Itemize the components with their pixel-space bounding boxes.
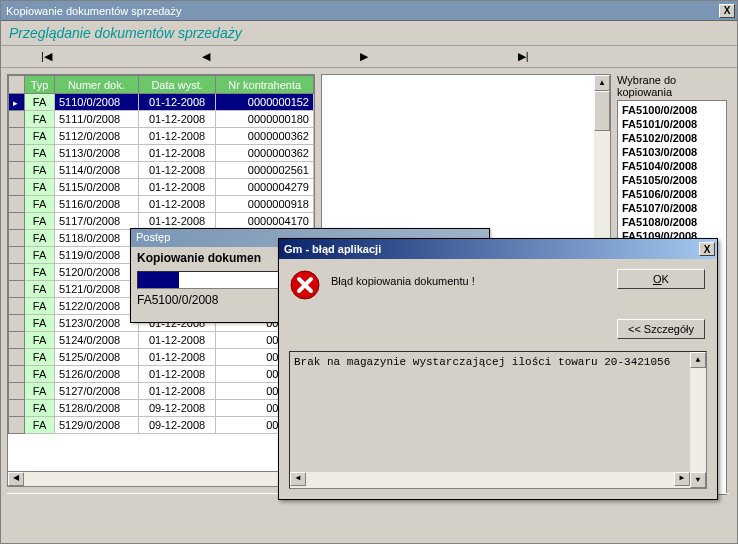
nav-next-button[interactable]: ▶ bbox=[360, 50, 368, 63]
table-row[interactable]: FA5124/0/200801-12-20080000002 bbox=[9, 332, 314, 349]
table-row[interactable]: FA5117/0/200801-12-20080000004170 bbox=[9, 213, 314, 230]
subtitle: Przeglądanie dokumentów sprzedaży bbox=[1, 21, 737, 46]
scroll-up-icon[interactable]: ▲ bbox=[690, 352, 706, 368]
table-row[interactable]: FA5116/0/200801-12-20080000000918 bbox=[9, 196, 314, 213]
scroll-thumb[interactable] bbox=[594, 91, 610, 131]
list-item[interactable]: FA5101/0/2008 bbox=[620, 117, 724, 131]
close-icon[interactable]: X bbox=[719, 4, 735, 18]
nav-bar: |◀ ◀ ▶ ▶| bbox=[1, 46, 737, 68]
table-row[interactable]: FA5115/0/200801-12-20080000004279 bbox=[9, 179, 314, 196]
error-titlebar: Gm - błąd aplikacji X bbox=[279, 239, 717, 259]
error-dialog: Gm - błąd aplikacji X Błąd kopiowania do… bbox=[278, 238, 718, 500]
table-row[interactable]: FA5111/0/200801-12-20080000000180 bbox=[9, 111, 314, 128]
main-title: Kopiowanie dokumentów sprzedaży bbox=[6, 5, 182, 17]
list-item[interactable]: FA5102/0/2008 bbox=[620, 131, 724, 145]
table-row[interactable]: FA5126/0/200801-12-20080000000 bbox=[9, 366, 314, 383]
list-item[interactable]: FA5104/0/2008 bbox=[620, 159, 724, 173]
selected-label: Wybrane do kopiowania bbox=[617, 74, 727, 98]
col-kontrahent[interactable]: Nr kontrahenta bbox=[216, 76, 314, 94]
table-row[interactable]: FA5125/0/200801-12-20080000000 bbox=[9, 349, 314, 366]
list-item[interactable]: FA5103/0/2008 bbox=[620, 145, 724, 159]
list-item[interactable]: FA5108/0/2008 bbox=[620, 215, 724, 229]
nav-last-button[interactable]: ▶| bbox=[518, 50, 529, 63]
error-details-text: Brak na magazynie wystarczającej ilości … bbox=[294, 356, 670, 368]
nav-prev-button[interactable]: ◀ bbox=[202, 50, 210, 63]
list-item[interactable]: FA5100/0/2008 bbox=[620, 103, 724, 117]
table-row[interactable]: FA5129/0/200809-12-20080000000 bbox=[9, 417, 314, 434]
col-data[interactable]: Data wyst. bbox=[138, 76, 216, 94]
list-item[interactable]: FA5107/0/2008 bbox=[620, 201, 724, 215]
table-row[interactable]: FA5112/0/200801-12-20080000000362 bbox=[9, 128, 314, 145]
list-item[interactable]: FA5106/0/2008 bbox=[620, 187, 724, 201]
progress-fill bbox=[138, 272, 179, 288]
scroll-left-icon[interactable]: ◀ bbox=[290, 472, 306, 486]
nav-first-button[interactable]: |◀ bbox=[41, 50, 52, 63]
table-row[interactable]: FA5110/0/200801-12-20080000000152 bbox=[9, 94, 314, 111]
scroll-left-icon[interactable]: ◀ bbox=[8, 472, 24, 486]
main-titlebar: Kopiowanie dokumentów sprzedaży X bbox=[1, 1, 737, 21]
scroll-right-icon[interactable]: ▶ bbox=[674, 472, 690, 486]
details-hscroll[interactable]: ◀ ▶ bbox=[290, 472, 690, 488]
error-close-icon[interactable]: X bbox=[699, 242, 715, 256]
col-typ[interactable]: Typ bbox=[25, 76, 55, 94]
table-row[interactable]: FA5114/0/200801-12-20080000002561 bbox=[9, 162, 314, 179]
table-row[interactable]: FA5128/0/200809-12-20080000000 bbox=[9, 400, 314, 417]
error-icon bbox=[289, 269, 321, 301]
error-details[interactable]: Brak na magazynie wystarczającej ilości … bbox=[289, 351, 707, 489]
ok-button[interactable]: OK bbox=[617, 269, 705, 289]
details-button[interactable]: << Szczegóły bbox=[617, 319, 705, 339]
error-title: Gm - błąd aplikacji bbox=[284, 243, 381, 255]
list-item[interactable]: FA5105/0/2008 bbox=[620, 173, 724, 187]
details-vscroll[interactable]: ▲ ▼ bbox=[690, 352, 706, 488]
col-numer[interactable]: Numer dok. bbox=[55, 76, 139, 94]
scroll-up-icon[interactable]: ▲ bbox=[594, 75, 610, 91]
table-row[interactable]: FA5113/0/200801-12-20080000000362 bbox=[9, 145, 314, 162]
table-row[interactable]: FA5127/0/200801-12-20080000004 bbox=[9, 383, 314, 400]
scroll-down-icon[interactable]: ▼ bbox=[690, 472, 706, 488]
